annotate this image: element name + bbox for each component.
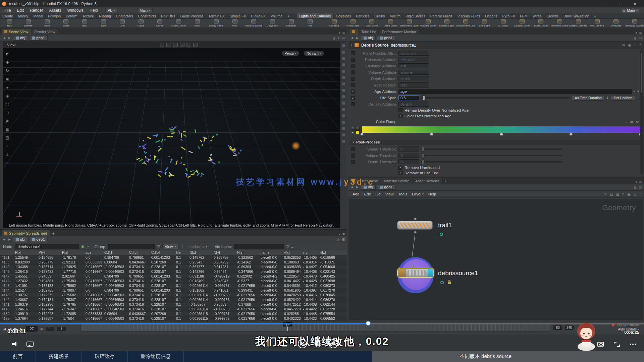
shelf-tab[interactable]: Wires (530, 13, 544, 18)
menu-item[interactable]: Go (373, 192, 383, 196)
param-enable-checkbox[interactable] (351, 147, 355, 151)
column-header[interactable]: N[x] (188, 250, 212, 255)
history-icon[interactable]: ▾ (338, 36, 340, 40)
projection-button[interactable]: Persp▾ (282, 51, 299, 56)
shelf-tool[interactable]: Curve (150, 19, 169, 28)
panel-icon[interactable] (342, 57, 345, 60)
playback-end-field[interactable]: 60 (553, 325, 562, 330)
param-value-field[interactable]: density (398, 102, 429, 107)
danmaku-icon[interactable] (26, 342, 34, 347)
maximize-button[interactable]: □ (614, 0, 628, 7)
param-slider[interactable] (421, 161, 562, 163)
param-value-field[interactable]: 0 (398, 159, 419, 164)
shelf-tool[interactable]: Gamepad Camera (625, 19, 644, 28)
age-attribute-field[interactable]: age (398, 89, 632, 94)
shelf-tool[interactable]: File (301, 19, 319, 28)
shelf-tool[interactable]: Camera (325, 19, 343, 28)
panel-icon[interactable] (342, 108, 345, 111)
points-icon[interactable]: ∴ (4, 144, 10, 148)
shelf-tool[interactable]: Grid (75, 19, 94, 28)
shelf-tool[interactable]: Switcher (606, 19, 625, 28)
shelf-tool[interactable]: Point Light (343, 19, 362, 28)
column-header[interactable]: age (84, 250, 103, 255)
add-pane-tab-button[interactable]: + (420, 30, 426, 35)
back-icon[interactable]: ◀ (350, 36, 354, 40)
shelf-tool[interactable]: Font (225, 19, 244, 28)
add-pane-tab-button[interactable]: + (50, 231, 57, 236)
node-info-badge[interactable] (440, 233, 443, 236)
param-enable-checkbox[interactable] (351, 89, 355, 94)
param-slider[interactable] (421, 148, 562, 150)
pane-tab-geometry-spreadsheet[interactable]: Geometry Spreadsheet (2, 230, 50, 236)
shelf-tab[interactable]: Characters (114, 13, 136, 18)
menu-item[interactable]: Windows (64, 7, 87, 13)
column-header[interactable]: life (175, 250, 188, 255)
shading-icon[interactable] (173, 43, 178, 47)
shelf-tab[interactable]: Particle Fluids (428, 13, 455, 18)
panel-icon[interactable] (342, 51, 345, 54)
lifespan-slider[interactable] (421, 97, 570, 99)
shelf-tab[interactable]: Hair Utils (159, 13, 178, 18)
normals-icon[interactable]: ⊥ (4, 152, 10, 157)
shelf-tab[interactable]: Polygon (46, 13, 63, 18)
menu-item[interactable]: View (383, 192, 396, 196)
add-key-icon[interactable]: + (625, 120, 627, 124)
path-chip[interactable]: obj (13, 35, 28, 41)
camera-lock-icon[interactable] (186, 43, 191, 47)
shelf-tab[interactable]: Crowds (544, 13, 561, 18)
pane-menu-icon[interactable]: ▾ (636, 180, 637, 184)
loop-icon[interactable]: ↻ (40, 327, 43, 331)
menu-item[interactable]: Render (27, 7, 46, 13)
table-row[interactable]: 41491.343880.188714-1.749250.0416667-0.0… (0, 265, 347, 269)
node-input-dot[interactable] (414, 218, 417, 220)
spinner-icon[interactable]: ▲▼ (607, 96, 609, 100)
volume-icon[interactable] (12, 341, 18, 347)
menu-item[interactable]: Tools (396, 192, 410, 196)
gear-icon[interactable]: ⚙ (622, 43, 625, 47)
collapse-icon[interactable]: ▾ (351, 44, 352, 47)
flag-icon[interactable]: ▤ (610, 192, 613, 196)
shelf-tab[interactable]: Lights and Cameras (297, 13, 333, 18)
template-icon[interactable]: ▦ (4, 127, 10, 132)
param-value-field[interactable]: released (398, 57, 429, 62)
split-icon[interactable]: ⊞ (342, 36, 345, 40)
table-row[interactable]: 41441.25270.182755-1.790070.00.9847090.7… (0, 288, 347, 293)
menu-item[interactable]: Assets (46, 7, 64, 13)
close-button[interactable]: × (628, 0, 642, 7)
remap-density-checkbox[interactable] (398, 108, 402, 112)
split-icon[interactable]: ⊞ (639, 185, 642, 189)
chapter-tab[interactable]: 删除速度信息 (128, 351, 184, 362)
shelf-tab[interactable]: Collisions (333, 13, 354, 18)
slider-handle[interactable] (422, 147, 424, 152)
shelf-tool[interactable]: L-System (263, 19, 282, 28)
shelf-tool[interactable]: Line (113, 19, 131, 28)
table-row[interactable]: 41481.264160.185432-1.777160.0416667-0.0… (0, 269, 347, 274)
column-header[interactable]: Cd[g] (128, 250, 150, 255)
shelf-tool[interactable]: Box (0, 19, 19, 28)
column-header[interactable]: N[y] (212, 250, 236, 255)
menu-item[interactable]: Add (350, 192, 362, 196)
shelf-tab[interactable]: Vellum (387, 13, 403, 18)
shelf-tab[interactable]: Oceans (483, 13, 500, 18)
panel-icon[interactable] (342, 89, 345, 92)
search-icon[interactable]: ◌ (640, 192, 642, 196)
shelf-tool[interactable]: Null (94, 19, 113, 28)
menu-icon[interactable]: ≡ (637, 90, 639, 93)
panel-icon[interactable] (342, 70, 345, 73)
chapter-tab[interactable]: 不同版本 debris source (372, 351, 644, 362)
forward-icon[interactable]: ▶ (8, 238, 11, 241)
pane-tab-asset-browser[interactable]: Asset Browser (413, 178, 442, 184)
pane-tab-render-view[interactable]: Render View (32, 29, 58, 35)
delete-key-icon[interactable]: × (351, 126, 355, 130)
ramp-key-marker[interactable] (570, 133, 573, 135)
back-icon[interactable]: ◀ (2, 36, 6, 40)
node-path-field[interactable]: debrissource1 (15, 244, 79, 249)
param-enable-checkbox[interactable] (351, 58, 355, 62)
translate-icon[interactable]: ✚ (4, 60, 10, 65)
time-duration-dropdown[interactable]: As Time Duration (572, 95, 605, 101)
node-info-badge[interactable] (440, 281, 444, 284)
path-chip[interactable]: geo1 (29, 35, 48, 41)
column-header[interactable]: Cd[b] (150, 250, 175, 255)
column-header[interactable]: P[x] (14, 250, 37, 255)
pane-tab-take-list[interactable]: Take List (359, 29, 378, 35)
